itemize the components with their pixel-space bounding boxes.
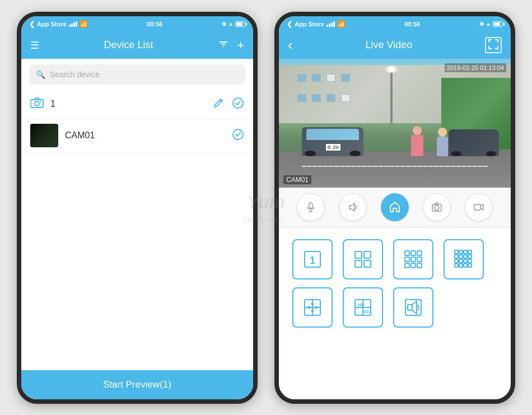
- battery-icon-right: [493, 21, 503, 27]
- grid-9-button[interactable]: [393, 239, 433, 279]
- ptz-button[interactable]: [292, 287, 333, 328]
- battery-fill: [236, 22, 242, 26]
- svg-rect-27: [411, 263, 416, 268]
- svg-rect-36: [468, 255, 472, 258]
- mic-button[interactable]: [297, 193, 325, 221]
- control-row: [279, 188, 511, 228]
- svg-rect-26: [405, 263, 409, 268]
- appstore-label: App Store: [37, 21, 67, 27]
- signal-bar-r2: [329, 24, 330, 27]
- audio-output-button[interactable]: [393, 287, 433, 328]
- edit-icon[interactable]: [213, 97, 224, 111]
- snapshot-button[interactable]: [423, 193, 451, 221]
- svg-text:1: 1: [310, 255, 315, 266]
- device-status-icon: [232, 128, 244, 143]
- svg-rect-22: [417, 251, 422, 255]
- signal-bar-r1: [326, 25, 328, 27]
- video-area: B J9I 2019-02-20 01:13:04 CAM01: [279, 59, 511, 188]
- svg-rect-58: [408, 305, 412, 310]
- speaker-button[interactable]: [339, 193, 367, 221]
- group-name: 1: [50, 99, 206, 109]
- device-name: CAM01: [65, 130, 225, 141]
- signal-bar-r4: [333, 21, 335, 27]
- hd-sd-button[interactable]: HD SD: [343, 287, 383, 328]
- svg-rect-43: [464, 264, 467, 267]
- page-title-right: Live Video: [365, 39, 412, 51]
- status-time-left: 00:56: [147, 21, 162, 27]
- svg-rect-41: [455, 264, 458, 267]
- left-phone: ❮ App Store 📶 00:56 ⊕ ▲ ☰ Device List: [17, 12, 258, 404]
- signal-bar-3: [73, 22, 75, 27]
- signal-bar-r3: [331, 22, 333, 27]
- filter-icon[interactable]: [218, 39, 229, 52]
- search-bar: 🔍 Search device: [21, 59, 253, 90]
- status-bar-left: ❮ App Store 📶 00:56 ⊕ ▲: [21, 16, 253, 32]
- svg-rect-23: [405, 257, 409, 262]
- video-person-1: [411, 126, 423, 156]
- grid-view-row: 1: [292, 239, 497, 279]
- device-group-header[interactable]: 1: [21, 90, 253, 119]
- start-preview-button[interactable]: Start Preview(1): [21, 370, 253, 399]
- video-scene: B J9I: [279, 59, 511, 188]
- svg-rect-13: [474, 204, 480, 210]
- grid-4-button[interactable]: [343, 239, 383, 279]
- grid-16-button[interactable]: [444, 239, 484, 279]
- svg-rect-29: [455, 250, 458, 254]
- signal-bars-right: [326, 21, 335, 27]
- svg-rect-16: [355, 251, 362, 258]
- svg-marker-48: [311, 301, 314, 305]
- svg-rect-33: [455, 255, 458, 258]
- video-car-1: [302, 127, 363, 156]
- video-cam-label: CAM01: [283, 175, 311, 184]
- search-icon: 🔍: [36, 70, 45, 79]
- svg-point-7: [233, 129, 243, 139]
- signal-icon: ▲: [228, 21, 234, 27]
- location-icon: ⊕: [222, 21, 226, 27]
- signal-bar-1: [69, 25, 71, 27]
- menu-icon[interactable]: ☰: [30, 39, 39, 52]
- wifi-icon: 📶: [80, 20, 88, 28]
- fullscreen-icon[interactable]: [485, 37, 502, 53]
- svg-rect-39: [464, 259, 467, 263]
- svg-point-4: [35, 101, 39, 106]
- check-circle-icon[interactable]: [232, 97, 244, 112]
- svg-rect-21: [411, 251, 416, 255]
- add-icon[interactable]: +: [237, 38, 244, 53]
- svg-rect-34: [459, 255, 463, 258]
- back-arrow-appstore-right[interactable]: ❮: [287, 20, 292, 28]
- header-bar-right: ‹ Live Video: [279, 32, 511, 59]
- signal-bar-4: [76, 21, 77, 27]
- svg-rect-35: [464, 255, 467, 258]
- camera-group-icon: [30, 97, 44, 111]
- svg-marker-51: [315, 306, 319, 309]
- extra-controls-row: HD SD: [292, 287, 497, 328]
- video-car-2: [449, 129, 499, 156]
- search-input-container[interactable]: 🔍 Search device: [29, 64, 245, 85]
- status-time-right: 00:56: [404, 21, 420, 27]
- signal-icon-right: ▲: [486, 21, 491, 27]
- road-line: [302, 166, 487, 167]
- svg-rect-37: [455, 259, 458, 263]
- status-right-right: ⊕ ▲: [479, 21, 503, 27]
- device-thumb-image: [30, 124, 58, 147]
- svg-rect-40: [468, 259, 472, 263]
- live-video-content: B J9I 2019-02-20 01:13:04 CAM01: [279, 59, 511, 399]
- svg-text:HD: HD: [358, 302, 365, 307]
- svg-marker-59: [412, 301, 417, 314]
- device-item[interactable]: CAM01: [21, 119, 253, 153]
- record-button[interactable]: [465, 193, 493, 221]
- status-bar-right: ❮ App Store 📶 00:56 ⊕ ▲: [279, 16, 511, 32]
- building-windows: [297, 74, 351, 82]
- svg-rect-18: [355, 260, 362, 267]
- svg-rect-42: [459, 264, 463, 267]
- grid-1-button[interactable]: 1: [292, 239, 333, 279]
- svg-rect-20: [405, 251, 409, 255]
- back-arrow-appstore[interactable]: ❮: [29, 20, 35, 28]
- video-plate: B J9I: [325, 143, 342, 151]
- home-button[interactable]: [381, 193, 409, 221]
- video-pole: [390, 72, 393, 123]
- back-button[interactable]: ‹: [288, 36, 293, 54]
- device-thumbnail: [30, 124, 58, 147]
- search-placeholder: Search device: [50, 70, 100, 79]
- status-left: ❮ App Store 📶: [29, 20, 88, 28]
